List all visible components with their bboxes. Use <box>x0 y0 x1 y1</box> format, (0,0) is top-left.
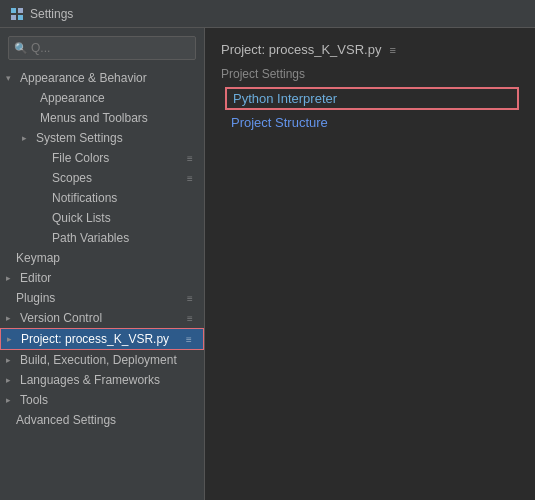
sidebar-item-tools[interactable]: ▸ Tools <box>0 390 204 410</box>
sidebar-item-label: Advanced Settings <box>16 413 116 427</box>
sidebar-item-label: Appearance & Behavior <box>20 71 147 85</box>
project-settings-label: Project Settings <box>221 67 519 81</box>
sidebar-item-system-settings[interactable]: ▸ System Settings <box>0 128 204 148</box>
main-container: 🔍 ▾ Appearance & Behavior Appearance Men… <box>0 28 535 500</box>
project-structure-link[interactable]: Project Structure <box>225 112 519 133</box>
sidebar-item-appearance[interactable]: Appearance <box>0 88 204 108</box>
content-project-title: Project: process_K_VSR.py <box>221 42 381 57</box>
chevron-right-icon-6: ▸ <box>6 375 16 385</box>
list-icon: ≡ <box>182 152 198 164</box>
chevron-right-icon: ▸ <box>22 133 32 143</box>
title-bar: Settings <box>0 0 535 28</box>
sidebar-item-label: System Settings <box>36 131 123 145</box>
sidebar-item-appearance-behavior[interactable]: ▾ Appearance & Behavior <box>0 68 204 88</box>
sidebar-item-label: Path Variables <box>52 231 129 245</box>
sidebar-item-notifications[interactable]: Notifications <box>0 188 204 208</box>
chevron-down-icon: ▾ <box>6 73 16 83</box>
sidebar-item-label: Languages & Frameworks <box>20 373 160 387</box>
sidebar-item-editor[interactable]: ▸ Editor <box>0 268 204 288</box>
svg-rect-2 <box>11 15 16 20</box>
sidebar-item-scopes[interactable]: Scopes ≡ <box>0 168 204 188</box>
sidebar-item-label: Keymap <box>16 251 60 265</box>
chevron-right-icon-2: ▸ <box>6 273 16 283</box>
sidebar-item-keymap[interactable]: Keymap <box>0 248 204 268</box>
sidebar-item-plugins[interactable]: Plugins ≡ <box>0 288 204 308</box>
title-bar-label: Settings <box>30 7 73 21</box>
sidebar-item-label: Version Control <box>20 311 102 325</box>
list-icon-5: ≡ <box>181 333 197 345</box>
sidebar-item-file-colors[interactable]: File Colors ≡ <box>0 148 204 168</box>
list-icon-3: ≡ <box>182 292 198 304</box>
content-area: Project: process_K_VSR.py ≡ Project Sett… <box>205 28 535 500</box>
svg-rect-1 <box>18 8 23 13</box>
settings-icon <box>10 7 24 21</box>
python-interpreter-link[interactable]: Python Interpreter <box>225 87 519 110</box>
svg-rect-0 <box>11 8 16 13</box>
sidebar-item-languages-frameworks[interactable]: ▸ Languages & Frameworks <box>0 370 204 390</box>
sidebar-item-label: Scopes <box>52 171 92 185</box>
sidebar-item-label: Tools <box>20 393 48 407</box>
sidebar-item-menus-toolbars[interactable]: Menus and Toolbars <box>0 108 204 128</box>
list-icon-2: ≡ <box>182 172 198 184</box>
sidebar-item-label: Plugins <box>16 291 55 305</box>
sidebar-item-version-control[interactable]: ▸ Version Control ≡ <box>0 308 204 328</box>
sidebar-item-label: Menus and Toolbars <box>40 111 148 125</box>
svg-rect-3 <box>18 15 23 20</box>
search-box[interactable]: 🔍 <box>8 36 196 60</box>
sidebar-item-label: Quick Lists <box>52 211 111 225</box>
sidebar-item-quick-lists[interactable]: Quick Lists <box>0 208 204 228</box>
list-icon-4: ≡ <box>182 312 198 324</box>
sidebar-item-build-execution[interactable]: ▸ Build, Execution, Deployment <box>0 350 204 370</box>
sidebar-item-label: Build, Execution, Deployment <box>20 353 177 367</box>
sidebar-item-label: Project: process_K_VSR.py <box>21 332 169 346</box>
sidebar: 🔍 ▾ Appearance & Behavior Appearance Men… <box>0 28 205 500</box>
nav-tree: ▾ Appearance & Behavior Appearance Menus… <box>0 66 204 500</box>
chevron-right-icon-3: ▸ <box>6 313 16 323</box>
sidebar-item-advanced-settings[interactable]: Advanced Settings <box>0 410 204 430</box>
content-title-icon: ≡ <box>389 44 395 56</box>
sidebar-item-path-variables[interactable]: Path Variables <box>0 228 204 248</box>
chevron-right-icon-7: ▸ <box>6 395 16 405</box>
sidebar-item-label: Editor <box>20 271 51 285</box>
sidebar-item-label: Appearance <box>40 91 105 105</box>
chevron-right-icon-4: ▸ <box>7 334 17 344</box>
chevron-right-icon-5: ▸ <box>6 355 16 365</box>
settings-links: Python Interpreter Project Structure <box>221 87 519 133</box>
content-header: Project: process_K_VSR.py ≡ <box>221 42 519 57</box>
sidebar-item-project[interactable]: ▸ Project: process_K_VSR.py ≡ <box>0 328 204 350</box>
search-input[interactable] <box>8 36 196 60</box>
search-icon: 🔍 <box>14 42 28 55</box>
sidebar-item-label: File Colors <box>52 151 109 165</box>
sidebar-item-label: Notifications <box>52 191 117 205</box>
